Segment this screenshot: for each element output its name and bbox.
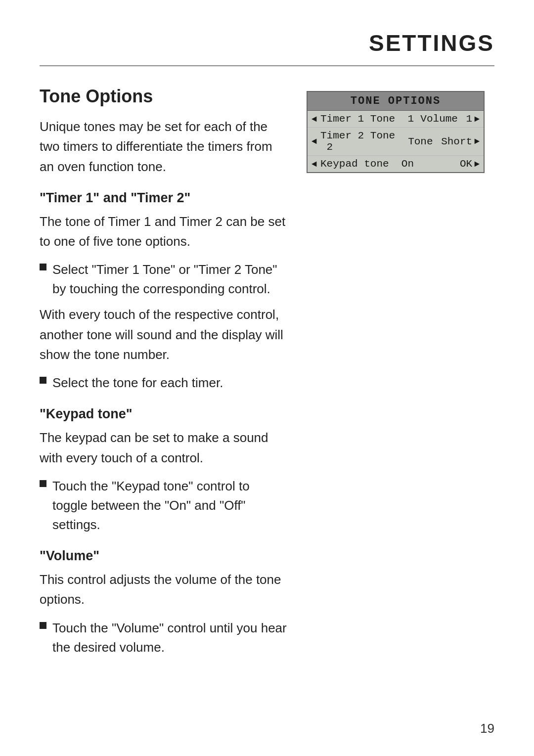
bullet-text-timer: Select "Timer 1 Tone" or "Timer 2 Tone" …	[52, 260, 287, 299]
lcd-label-keypad: Keypad tone On	[320, 158, 458, 170]
lcd-row-timer1[interactable]: ◄ Timer 1 Tone 1 Volume 1 ►	[308, 111, 484, 128]
page-header: SETTINGS	[40, 30, 494, 56]
lcd-arrow-left-timer1: ◄	[312, 114, 320, 124]
lcd-arrow-left-timer2: ◄	[312, 136, 320, 146]
volume-description: This control adjusts the volume of the t…	[40, 570, 287, 610]
lcd-arrow-left-keypad: ◄	[312, 159, 320, 169]
right-column: TONE OPTIONS ◄ Timer 1 Tone 1 Volume 1 ►…	[307, 86, 494, 663]
subsection-title-keypad: "Keypad tone"	[40, 406, 287, 422]
bullet-text-keypad: Touch the "Keypad tone" control to toggl…	[52, 477, 287, 534]
subsection-title-timer: "Timer 1" and "Timer 2"	[40, 190, 287, 206]
lcd-header: TONE OPTIONS	[308, 92, 484, 111]
lcd-row-timer2[interactable]: ◄ Timer 2 Tone 2 Tone Short ►	[308, 128, 484, 156]
keypad-description: The keypad can be set to make a sound wi…	[40, 428, 287, 468]
subsection-title-volume: "Volume"	[40, 548, 287, 564]
header-divider	[40, 65, 494, 66]
bullet-item-volume: Touch the "Volume" control until you hea…	[40, 619, 287, 657]
lcd-label-timer1: Timer 1 Tone 1	[320, 113, 420, 125]
bullet-item-between: Select the tone for each timer.	[40, 373, 287, 393]
page-container: SETTINGS Tone Options Unique tones may b…	[0, 0, 534, 756]
page-title: SETTINGS	[369, 30, 494, 56]
bullet-item-timer: Select "Timer 1 Tone" or "Timer 2 Tone" …	[40, 260, 287, 299]
lcd-arrow-right-keypad: ►	[474, 159, 480, 169]
left-column: Tone Options Unique tones may be set for…	[40, 86, 287, 663]
bullet-item-keypad: Touch the "Keypad tone" control to toggl…	[40, 477, 287, 534]
bullet-text-volume: Touch the "Volume" control until you hea…	[52, 619, 287, 657]
lcd-arrow-right-timer1: ►	[474, 114, 480, 124]
bullet-icon-between	[40, 377, 46, 384]
intro-text: Unique tones may be set for each of the …	[40, 117, 287, 177]
lcd-attr-val-keypad: OK	[460, 158, 472, 170]
lcd-arrow-right-timer2: ►	[474, 136, 480, 146]
bullet-icon-volume	[40, 622, 46, 629]
timer-description: The tone of Timer 1 and Timer 2 can be s…	[40, 212, 287, 252]
lcd-label-timer2: Timer 2 Tone 2	[320, 130, 408, 153]
section-title: Tone Options	[40, 86, 287, 107]
lcd-panel: TONE OPTIONS ◄ Timer 1 Tone 1 Volume 1 ►…	[307, 91, 485, 173]
lcd-attr-val-timer1: 1	[460, 113, 472, 125]
lcd-attr-timer1: Volume	[420, 113, 458, 125]
lcd-row-keypad[interactable]: ◄ Keypad tone On OK ►	[308, 156, 484, 172]
lcd-attr-val-timer2: Short	[435, 136, 473, 147]
bullet-icon-keypad	[40, 480, 46, 487]
bullet-text-between: Select the tone for each timer.	[52, 373, 287, 393]
between-text: With every touch of the respective contr…	[40, 305, 287, 364]
lcd-attr-timer2: Tone	[408, 136, 433, 147]
page-number: 19	[480, 721, 494, 736]
content-layout: Tone Options Unique tones may be set for…	[40, 86, 494, 663]
bullet-icon-timer	[40, 264, 46, 270]
